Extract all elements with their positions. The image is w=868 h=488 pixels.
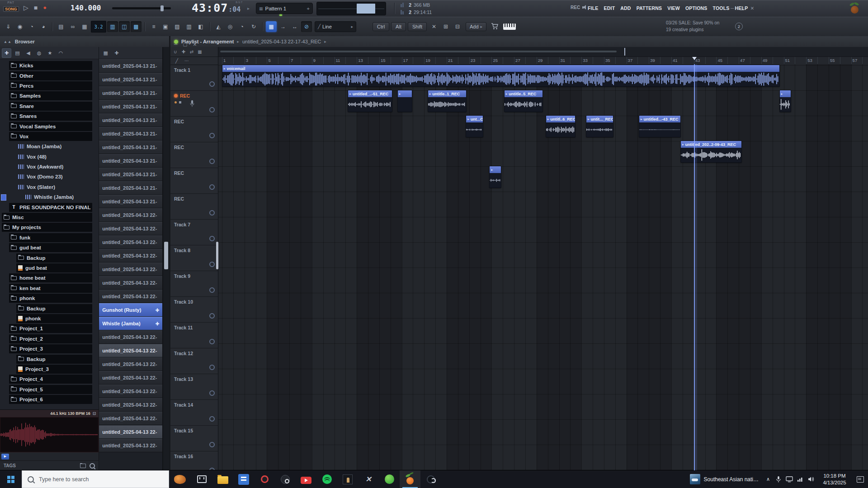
snap-value-display[interactable]: 3.2 xyxy=(91,21,106,33)
track-header[interactable]: Track 1 xyxy=(170,65,218,91)
volume-knob-icon[interactable]: ◔ xyxy=(26,21,37,32)
playlist-window-icon[interactable]: ▦ xyxy=(266,21,277,32)
typing-keyboard-icon[interactable]: ▤ xyxy=(56,21,66,32)
clip-header[interactable]: ▸untitle..1_REC xyxy=(428,90,466,97)
file-list-item[interactable]: untitled_2025-04-13 21- xyxy=(99,154,162,168)
file-list-item[interactable]: untitled_2025-04-13 21- xyxy=(99,168,162,181)
pattern-selector[interactable]: ▦ Pattern 1 + xyxy=(256,3,313,14)
start-button[interactable] xyxy=(0,470,22,488)
track-header[interactable]: Track 7 xyxy=(170,220,218,245)
mixer-icon[interactable]: ▥ xyxy=(184,21,194,32)
browser-tree-item[interactable]: Backup xyxy=(0,303,99,313)
track-meter-circle[interactable] xyxy=(209,365,215,370)
network-tray-icon[interactable] xyxy=(795,476,806,482)
oscilloscope[interactable] xyxy=(316,2,386,15)
track-meter-circle[interactable] xyxy=(209,416,215,422)
track-header[interactable]: Track 9 xyxy=(170,271,218,297)
playlist-vertical-scrollbar[interactable] xyxy=(216,242,218,269)
file-view-icon[interactable]: ▤ xyxy=(13,48,22,58)
draw-tool-icon[interactable]: → xyxy=(278,21,288,32)
file-list-item[interactable]: untitled_2025-04-13 22- xyxy=(99,208,162,222)
play-button[interactable]: ▷ xyxy=(24,3,28,13)
track-header[interactable]: Track 16 xyxy=(170,451,218,470)
track-header[interactable]: Track 14 xyxy=(170,400,218,426)
time-display[interactable]: 43:07 :04 B:S:T xyxy=(192,1,241,14)
call-of-duty-taskbar-button[interactable] xyxy=(337,470,358,488)
snap-magnet-icon[interactable]: ∪ xyxy=(172,48,179,56)
record-button[interactable]: ● xyxy=(43,3,47,13)
sale-banner[interactable]: 03/26 SALE: Save 90% on 19 creative plug… xyxy=(666,20,719,33)
action-center-button[interactable] xyxy=(853,476,868,483)
task-view-button[interactable] xyxy=(191,470,212,488)
paste-icon[interactable]: ⊟ xyxy=(452,21,463,32)
browser-tree-item[interactable]: Project_2 xyxy=(0,334,99,344)
file-list-item[interactable]: untitled_2025-04-13 22- xyxy=(99,249,162,263)
file-list-item[interactable]: untitled_2025-04-13 22- xyxy=(99,344,162,357)
obs-studio-taskbar-button[interactable] xyxy=(420,470,441,488)
spotify-taskbar-button[interactable] xyxy=(316,470,337,488)
browser-tree-item[interactable]: Vox (Domo 23) xyxy=(0,172,99,182)
file-list-item[interactable]: untitled_2025-04-13 22- xyxy=(99,398,162,412)
file-list-item[interactable]: untitled_2025-04-13 22- xyxy=(99,412,162,425)
menu-tools[interactable]: TOOLS xyxy=(713,5,730,11)
clip-header[interactable]: ▸unt...C xyxy=(466,116,483,122)
playhead-line[interactable] xyxy=(694,64,697,470)
track-header[interactable]: Track 15 xyxy=(170,426,218,451)
playhead-marker[interactable] xyxy=(692,57,697,60)
swing-knob-icon[interactable]: ◕ xyxy=(38,21,49,32)
microphone-tray-icon[interactable] xyxy=(773,476,784,483)
menu-view[interactable]: VIEW xyxy=(667,5,680,11)
rec-indicator[interactable]: REC xyxy=(571,5,587,10)
pinned-food-shortcut[interactable] xyxy=(169,470,191,488)
clip-header[interactable]: ▸untitl..6_REC xyxy=(546,116,575,122)
browser-tree-item[interactable]: Backup xyxy=(0,354,99,364)
browser-tree-item[interactable]: Vox xyxy=(0,131,99,141)
browser-tree-item[interactable]: Samples xyxy=(0,91,99,101)
track-header[interactable]: REC xyxy=(170,194,218,220)
add-marker-icon[interactable]: ✚ xyxy=(180,48,187,56)
browser-tree-item[interactable]: Project_5 xyxy=(0,385,99,394)
clip-header[interactable]: ▸untitled...-43_REC xyxy=(639,116,680,122)
track-header[interactable]: Track 12 xyxy=(170,348,218,374)
x-app-taskbar-button[interactable] xyxy=(358,470,379,488)
copy-icon[interactable]: ⊞ xyxy=(440,21,451,32)
browser-tree-item[interactable]: Moan (Jamba) xyxy=(0,141,99,151)
track-header[interactable]: Track 13 xyxy=(170,374,218,400)
file-list-item[interactable]: untitled_2025-04-13 21- xyxy=(99,59,162,73)
tags-folder-icon[interactable] xyxy=(80,464,86,468)
window-close-button[interactable]: ✕ xyxy=(193,42,197,47)
track-meter-circle[interactable] xyxy=(209,210,215,216)
browser-tree-item[interactable]: Kicks xyxy=(0,61,99,70)
track-header[interactable]: Track 10 xyxy=(170,297,218,323)
view-grid-icon[interactable]: ▦ xyxy=(196,48,203,56)
track-meter-circle[interactable] xyxy=(209,390,215,396)
file-list-item[interactable]: untitled_2025-04-13 21- xyxy=(99,73,162,86)
file-list-item[interactable]: untitled_2025-04-13 22- xyxy=(99,357,162,371)
playlist-navigator[interactable] xyxy=(218,47,868,57)
playlist-clip[interactable]: ▸untitled_202..2-09-43_REC xyxy=(680,141,742,163)
multilink-icon[interactable]: ∞ xyxy=(67,21,78,32)
loop-record-icon[interactable]: ↻ xyxy=(248,21,259,32)
window-close-button[interactable]: ✕ xyxy=(750,5,754,11)
browser-tree-item[interactable]: Other xyxy=(0,70,99,80)
track-header[interactable]: REC xyxy=(170,91,218,117)
record-app-taskbar-button[interactable] xyxy=(254,470,275,488)
window-minimize-button[interactable]: ─ xyxy=(174,42,177,47)
audio-preview-icon[interactable]: ◀ xyxy=(24,48,33,58)
volume-tray-icon[interactable] xyxy=(806,476,816,482)
browser-tree-item[interactable]: phonk xyxy=(0,293,99,303)
track-meter-circle[interactable] xyxy=(209,184,215,190)
move-tool-icon[interactable]: ✚ xyxy=(2,48,11,58)
clip-header[interactable]: ▸ xyxy=(490,166,500,173)
file-list-item[interactable]: Whistle (Jamba)✚ xyxy=(99,317,162,330)
file-list-item[interactable]: untitled_2025-04-13 22- xyxy=(99,263,162,276)
file-list-item[interactable]: untitled_2025-04-13 22- xyxy=(99,330,162,344)
browser-tree-item[interactable]: Misc xyxy=(0,212,99,222)
piano-roll-icon[interactable]: ▨ xyxy=(172,21,183,32)
menu-options[interactable]: OPTIONS xyxy=(685,5,708,11)
slip-tool-icon[interactable]: ↔ xyxy=(289,21,300,32)
pattern-mode-icon[interactable]: ▥ xyxy=(107,21,118,32)
playlist-clip[interactable]: ▸untit..._REC xyxy=(586,115,613,137)
file-list-item[interactable]: untitled_2025-04-13 22- xyxy=(99,235,162,249)
track-meter-circle[interactable] xyxy=(209,133,215,138)
